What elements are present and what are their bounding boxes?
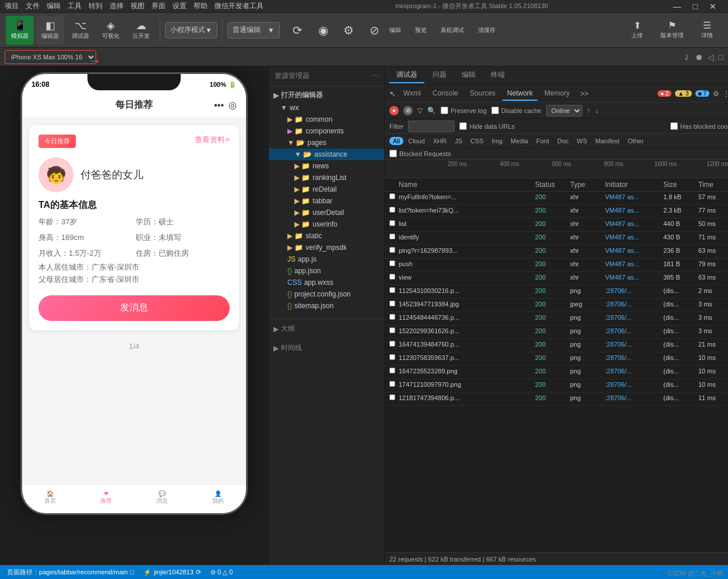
filter-cloud[interactable]: Cloud bbox=[405, 137, 428, 145]
table-row[interactable]: identify 200 xhr VM487 as... 430 B 71 ms bbox=[385, 232, 728, 245]
tab-memory[interactable]: Memory bbox=[540, 87, 574, 101]
file-item-userinfo[interactable]: ▶ 📁 userinfo bbox=[269, 218, 384, 230]
preview-button[interactable]: ◉ bbox=[312, 20, 333, 41]
menu-item-file[interactable]: 文件 bbox=[26, 1, 40, 11]
row-checkbox[interactable] bbox=[389, 207, 395, 213]
row-checkbox[interactable] bbox=[389, 301, 395, 306]
row-initiator[interactable]: VM487 as... bbox=[605, 260, 663, 270]
header-name[interactable]: Name bbox=[399, 181, 535, 189]
tab-sources[interactable]: Sources bbox=[465, 87, 500, 101]
row-initiator[interactable]: :28706/... bbox=[605, 314, 663, 323]
row-checkbox[interactable] bbox=[389, 314, 395, 320]
row-initiator[interactable]: :28706/... bbox=[605, 301, 663, 310]
app-content[interactable]: 今日推荐 查看资料> 🧒 付爸爸的女儿 TA的基本信息 年龄：37岁 学历：硕士… bbox=[22, 118, 246, 484]
file-item-sitemap[interactable]: {} sitemap.json bbox=[269, 300, 384, 312]
clear-log-button[interactable]: ⊘ bbox=[403, 106, 413, 115]
file-item-assistance[interactable]: ▼ 📂 assistance bbox=[269, 149, 384, 160]
row-checkbox[interactable] bbox=[389, 327, 395, 333]
row-initiator[interactable]: :28706/... bbox=[605, 327, 663, 337]
nav-home[interactable]: 🏠 首页 bbox=[44, 490, 56, 505]
row-initiator[interactable]: VM487 as... bbox=[605, 274, 663, 283]
row-checkbox[interactable] bbox=[389, 341, 395, 347]
more-options-icon[interactable]: ··· bbox=[372, 71, 378, 81]
blocked-req-label[interactable]: Blocked Requests bbox=[389, 150, 451, 157]
table-row[interactable]: push 200 xhr VM487 as... 181 B 79 ms bbox=[385, 259, 728, 272]
device-button[interactable]: ⚙ bbox=[338, 20, 359, 41]
file-item-projectconfig[interactable]: {} project.config.json bbox=[269, 288, 384, 300]
filter-css[interactable]: CSS bbox=[467, 137, 487, 145]
search-icon[interactable]: 🔍 bbox=[427, 107, 436, 115]
maximize-button[interactable]: □ bbox=[693, 2, 698, 11]
row-initiator[interactable]: VM487 as... bbox=[605, 234, 663, 243]
nav-message[interactable]: 💬 消息 bbox=[156, 490, 168, 505]
cursor-icon[interactable]: ↖ bbox=[389, 89, 396, 98]
row-checkbox[interactable] bbox=[389, 394, 395, 400]
menu-item-select[interactable]: 选择 bbox=[110, 1, 124, 11]
opened-editors-section[interactable]: ▶ 打开的编辑器 bbox=[269, 89, 384, 102]
compile-dropdown[interactable]: 普通编辑 ▼ bbox=[227, 22, 280, 38]
visual-button[interactable]: ◈ 可视化 bbox=[97, 16, 125, 45]
row-checkbox[interactable] bbox=[389, 193, 395, 199]
file-item-tabbar[interactable]: ▶ 📁 tabbar bbox=[269, 195, 384, 207]
details-button[interactable]: ☰ 详情 bbox=[692, 16, 722, 45]
upload-button[interactable]: ⬆ 上传 bbox=[622, 16, 652, 45]
filter-all[interactable]: All bbox=[389, 137, 403, 145]
row-initiator[interactable]: :28706/... bbox=[605, 368, 663, 377]
menu-item-tool[interactable]: 工具 bbox=[68, 1, 82, 11]
table-row[interactable]: 11230758359637.p... 200 png :28706/... (… bbox=[385, 352, 728, 366]
file-item-appwxss[interactable]: CSS app.wxss bbox=[269, 277, 384, 288]
blocked-req-checkbox[interactable] bbox=[389, 150, 397, 157]
filter-ws[interactable]: WS bbox=[574, 137, 591, 145]
expand-icon[interactable]: □ bbox=[719, 52, 723, 62]
filter-input[interactable] bbox=[408, 121, 455, 132]
table-row[interactable]: 14523947719384.jpg 200 jpeg :28706/... (… bbox=[385, 299, 728, 312]
editor-button[interactable]: ◧ 编辑器 bbox=[36, 16, 64, 45]
header-type[interactable]: Type bbox=[570, 181, 605, 189]
tab-console[interactable]: Console bbox=[428, 87, 463, 101]
menu-item-project[interactable]: 项目 bbox=[5, 1, 19, 11]
header-initiator[interactable]: Initiator bbox=[605, 181, 663, 189]
row-checkbox[interactable] bbox=[389, 247, 395, 253]
tab-terminal[interactable]: 终端 bbox=[484, 68, 512, 83]
menu-item-wechat[interactable]: 微信开发者工具 bbox=[214, 1, 263, 11]
tab-network[interactable]: Network bbox=[502, 87, 537, 101]
menu-item-interface[interactable]: 界面 bbox=[152, 1, 166, 11]
row-initiator[interactable]: :28706/... bbox=[605, 341, 663, 350]
table-row[interactable]: list 200 xhr VM487 as... 440 B 50 ms bbox=[385, 218, 728, 232]
header-status[interactable]: Status bbox=[535, 181, 570, 189]
record-stop-button[interactable]: ● bbox=[389, 106, 399, 115]
menu-item-settings[interactable]: 设置 bbox=[173, 1, 187, 11]
table-row[interactable]: 15220299361626.p... 200 png :28706/... (… bbox=[385, 326, 728, 339]
row-initiator[interactable]: :28706/... bbox=[605, 287, 663, 296]
filter-manifest[interactable]: Manifest bbox=[592, 137, 623, 145]
row-initiator[interactable]: :28706/... bbox=[605, 354, 663, 363]
file-item-appjs[interactable]: JS app.js bbox=[269, 253, 384, 265]
row-checkbox[interactable] bbox=[389, 287, 395, 293]
simulator-button[interactable]: 📱 模拟器 bbox=[6, 16, 34, 45]
hide-urls-checkbox[interactable] bbox=[459, 122, 467, 130]
refresh-button[interactable]: ⟳ bbox=[287, 20, 308, 41]
send-message-button[interactable]: 发消息 bbox=[38, 295, 230, 321]
file-item-static[interactable]: ▶ 📁 static bbox=[269, 230, 384, 242]
tab-edit[interactable]: 编辑 bbox=[455, 68, 483, 83]
row-checkbox[interactable] bbox=[389, 260, 395, 266]
close-button[interactable]: ✕ bbox=[709, 2, 716, 11]
row-initiator[interactable]: :28706/... bbox=[605, 381, 663, 390]
file-item-pages[interactable]: ▼ 📂 pages bbox=[269, 137, 384, 149]
row-initiator[interactable]: VM487 as... bbox=[605, 207, 663, 216]
file-item-redetail[interactable]: ▶ 📁 reDetail bbox=[269, 183, 384, 195]
back-icon[interactable]: ◁ bbox=[708, 52, 714, 62]
filter-js[interactable]: JS bbox=[451, 137, 466, 145]
row-initiator[interactable]: VM487 as... bbox=[605, 193, 663, 203]
table-row[interactable]: 1647235523289.png 200 png :28706/... (di… bbox=[385, 366, 728, 379]
timeline-item[interactable]: ▶ 时间线 bbox=[273, 343, 379, 353]
device-selector[interactable]: iPhone XS Max 100% 16 bbox=[5, 50, 96, 64]
file-item-components[interactable]: ▶ 📁 components bbox=[269, 125, 384, 137]
more-options-dt-icon[interactable]: ⋮ bbox=[723, 90, 728, 98]
target-icon[interactable]: ◎ bbox=[228, 100, 237, 111]
hide-urls-label[interactable]: Hide data URLs bbox=[459, 122, 515, 130]
throttle-dropdown[interactable]: Online bbox=[546, 105, 582, 116]
filter-doc[interactable]: Doc bbox=[554, 137, 572, 145]
dots-icon[interactable]: ••• bbox=[214, 100, 224, 111]
expand-path-icon[interactable]: □ bbox=[130, 569, 134, 576]
